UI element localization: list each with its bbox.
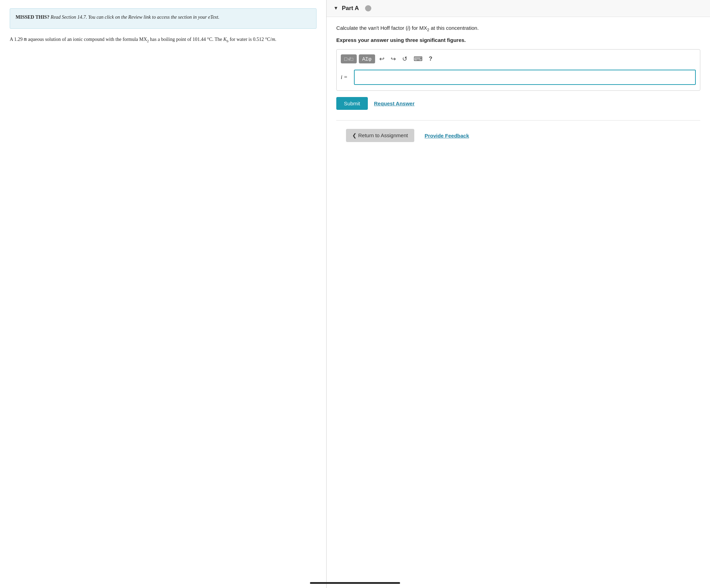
equation-row: i =: [341, 68, 696, 86]
equation-label: i =: [341, 74, 351, 80]
provide-feedback-button[interactable]: Provide Feedback: [425, 133, 469, 139]
request-answer-button[interactable]: Request Answer: [374, 100, 415, 106]
undo-icon: ↩: [379, 55, 384, 62]
greek-label: ΑΣφ: [362, 56, 372, 62]
left-panel: MISSED THIS? Read Section 14.7. You can …: [0, 0, 327, 588]
keyboard-button[interactable]: ⌨: [412, 54, 425, 64]
math-input-container: □ √□ ΑΣφ ↩ ↪ ↺ ⌨ ?: [336, 49, 700, 91]
math-toolbar: □ √□ ΑΣφ ↩ ↪ ↺ ⌨ ?: [341, 54, 696, 64]
submit-button[interactable]: Submit: [336, 97, 368, 110]
status-indicator: [365, 5, 371, 11]
refresh-button[interactable]: ↺: [400, 54, 409, 64]
redo-icon: ↪: [391, 55, 396, 62]
redo-button[interactable]: ↪: [389, 54, 398, 64]
keyboard-icon: ⌨: [414, 55, 423, 62]
undo-button[interactable]: ↩: [377, 54, 387, 64]
part-content: Calculate the van't Hoff factor (i) for …: [327, 17, 710, 157]
formula-icon: □: [344, 56, 347, 62]
part-title: Part A: [342, 5, 359, 12]
action-buttons: Submit Request Answer: [336, 97, 700, 110]
instructions-text: Express your answer using three signific…: [336, 37, 700, 43]
part-header: ▼ Part A: [327, 0, 710, 17]
missed-title: MISSED THIS?: [16, 15, 49, 20]
return-to-assignment-button[interactable]: ❮ Return to Assignment: [346, 129, 414, 142]
home-indicator: [310, 582, 400, 584]
formula-sqrt-icon: √□: [348, 56, 353, 62]
formula-button[interactable]: □ √□: [341, 54, 356, 63]
collapse-arrow-icon[interactable]: ▼: [334, 6, 338, 11]
missed-text: Read Section 14.7. You can click on the …: [51, 15, 219, 20]
bottom-nav: ❮ Return to Assignment Provide Feedback: [336, 120, 700, 150]
answer-input[interactable]: [354, 70, 696, 85]
help-button[interactable]: ?: [427, 54, 434, 64]
right-panel: ▼ Part A Calculate the van't Hoff factor…: [327, 0, 710, 588]
missed-box: MISSED THIS? Read Section 14.7. You can …: [10, 8, 317, 29]
refresh-icon: ↺: [402, 55, 407, 62]
question-text: Calculate the van't Hoff factor (i) for …: [336, 24, 700, 33]
greek-button[interactable]: ΑΣφ: [359, 54, 375, 63]
problem-text: A 1.29 m aqueous solution of an ionic co…: [10, 36, 317, 44]
help-icon: ?: [429, 55, 432, 62]
